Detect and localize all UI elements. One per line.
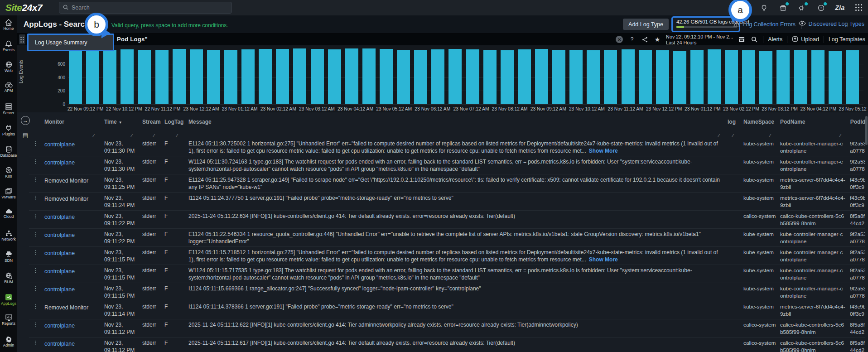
sidebar-item-network[interactable]: Network: [0, 230, 17, 241]
table-view-icon[interactable]: ▤: [21, 130, 30, 140]
monitor-link[interactable]: controlplane: [44, 341, 75, 347]
table-row[interactable]: ⋮controlplaneNov 23, 09:11:12 PMstderrF2…: [29, 319, 865, 337]
favorite-star-icon[interactable]: ★: [653, 35, 661, 43]
row-menu-icon[interactable]: ⋮: [29, 249, 44, 256]
lightbulb-icon[interactable]: [759, 3, 768, 12]
column-resize-icon[interactable]: ⁄⁄: [770, 133, 770, 138]
chart-bar[interactable]: [448, 49, 462, 104]
gift-icon[interactable]: [778, 3, 787, 12]
col-podname[interactable]: PodName: [780, 119, 850, 125]
log-templates-button[interactable]: Log Templates: [829, 36, 865, 43]
table-row[interactable]: ⋮Removed MonitorNov 23, 09:11:25 PMstder…: [29, 174, 865, 192]
monitor-link[interactable]: controlplane: [44, 268, 75, 275]
chart-bar[interactable]: [708, 49, 721, 104]
chart-bar[interactable]: [690, 50, 704, 104]
row-menu-icon[interactable]: ⋮: [29, 176, 44, 183]
chart-bar[interactable]: [173, 49, 186, 104]
column-resize-icon[interactable]: ⁄⁄: [154, 133, 154, 138]
chart-bar[interactable]: [759, 51, 772, 104]
sidebar-item-apm[interactable]: APM: [0, 82, 17, 93]
chart-bar[interactable]: [380, 49, 393, 104]
sidebar-item-web[interactable]: Web: [0, 61, 17, 73]
monitor-link[interactable]: controlplane: [44, 159, 75, 166]
chart-bar[interactable]: [155, 50, 169, 104]
row-menu-icon[interactable]: ⋮: [29, 303, 44, 310]
chart-bar[interactable]: [725, 50, 738, 104]
discovered-log-types-link[interactable]: Discovered Log Types: [799, 21, 864, 27]
table-row[interactable]: ⋮Removed MonitorNov 23, 09:11:24 PMstder…: [29, 192, 865, 210]
chart-bar[interactable]: [811, 50, 825, 104]
chart-bar[interactable]: [742, 50, 755, 104]
expand-panel-button[interactable]: →: [21, 116, 30, 125]
sidebar-item-reports[interactable]: Reports: [0, 314, 17, 326]
sidebar-item-sdn[interactable]: SDN: [0, 251, 17, 263]
chart-bar[interactable]: [259, 49, 272, 104]
table-row[interactable]: ⋮controlplaneNov 23, 09:11:30 PMstderrFW…: [29, 156, 865, 174]
sidebar-item-plugins[interactable]: Plugins: [0, 125, 17, 136]
chart-bar[interactable]: [414, 50, 427, 104]
chart-bar[interactable]: [207, 50, 220, 104]
chart-bar[interactable]: [345, 48, 358, 104]
chart-bar[interactable]: [518, 49, 531, 104]
col-logtag[interactable]: LogTag: [164, 119, 188, 125]
megaphone-icon[interactable]: [797, 3, 806, 12]
calendar-icon[interactable]: [738, 35, 746, 43]
chart-bar[interactable]: [483, 50, 497, 104]
time-range-picker[interactable]: Nov 22, 09:12:10 PM - Nov 2... Last 24 H…: [666, 34, 733, 45]
chart-bar[interactable]: [276, 49, 289, 104]
show-more-link[interactable]: Show More: [589, 256, 618, 263]
monitor-link[interactable]: controlplane: [44, 214, 75, 220]
table-row[interactable]: ⋮controlplaneNov 23, 09:11:12 PMstderrF2…: [29, 337, 865, 352]
sidebar-item-rum[interactable]: RUM: [0, 272, 17, 284]
zia-icon[interactable]: Zia: [835, 3, 844, 12]
table-scrollbar[interactable]: [865, 116, 868, 145]
table-row[interactable]: ⋮controlplaneNov 23, 09:11:30 PMstderrFE…: [29, 138, 865, 156]
chart-bar[interactable]: [397, 50, 410, 104]
monitor-link[interactable]: controlplane: [44, 141, 75, 148]
row-menu-icon[interactable]: ⋮: [29, 212, 44, 219]
chart-bar[interactable]: [587, 50, 600, 104]
sidebar-item-home[interactable]: Home: [0, 19, 17, 31]
monitor-link[interactable]: controlplane: [44, 250, 75, 256]
chart-bar[interactable]: [776, 50, 790, 104]
column-resize-icon[interactable]: ⁄⁄: [131, 133, 132, 138]
col-log[interactable]: log: [728, 119, 743, 125]
alerts-button[interactable]: Alerts: [768, 36, 782, 43]
drag-handle-icon[interactable]: [19, 34, 25, 44]
chart-bar[interactable]: [103, 50, 116, 104]
log-usage-summary-item[interactable]: Log Usage Summary: [29, 39, 87, 46]
column-resize-icon[interactable]: ⁄⁄: [719, 133, 719, 138]
chart-bar[interactable]: [241, 49, 255, 104]
page-title[interactable]: AppLogs - Search▾: [24, 20, 95, 29]
table-row[interactable]: ⋮controlplaneNov 23, 09:11:15 PMstderrFE…: [29, 246, 865, 265]
column-resize-icon[interactable]: ⁄⁄: [840, 133, 840, 138]
upload-button[interactable]: Upload: [792, 36, 819, 43]
query-help-icon[interactable]: ?: [628, 35, 636, 43]
chart-bar[interactable]: [604, 50, 617, 104]
site24x7-logo[interactable]: Site24x7: [5, 2, 42, 13]
row-menu-icon[interactable]: ⋮: [29, 158, 44, 165]
monitor-link[interactable]: controlplane: [44, 323, 75, 329]
column-resize-icon[interactable]: ⁄⁄: [177, 133, 177, 138]
help-icon[interactable]: ?: [816, 3, 825, 12]
row-menu-icon[interactable]: ⋮: [29, 140, 44, 147]
chart-bar[interactable]: [569, 50, 583, 104]
column-resize-icon[interactable]: ⁄⁄: [733, 133, 733, 138]
chart-bar[interactable]: [362, 48, 376, 104]
chart-bar[interactable]: [829, 51, 842, 104]
chart-bar[interactable]: [69, 50, 82, 104]
search-query-input[interactable]: Pod Logs": [117, 36, 148, 43]
monitor-link[interactable]: controlplane: [44, 232, 75, 238]
chart-bar[interactable]: [622, 49, 635, 104]
clear-query-icon[interactable]: ✕: [615, 35, 623, 43]
row-menu-icon[interactable]: ⋮: [29, 267, 44, 274]
chart-bar[interactable]: [501, 50, 514, 104]
sidebar-item-admin[interactable]: Admin: [0, 336, 17, 347]
chart-bar[interactable]: [431, 49, 444, 104]
chart-bar[interactable]: [121, 49, 134, 104]
chart-bar[interactable]: [86, 50, 99, 104]
table-row[interactable]: ⋮Removed MonitorNov 23, 09:11:14 PMstder…: [29, 301, 865, 319]
chart-bar[interactable]: [552, 50, 565, 104]
share-icon[interactable]: [641, 35, 649, 43]
col-message[interactable]: Message: [188, 119, 728, 125]
